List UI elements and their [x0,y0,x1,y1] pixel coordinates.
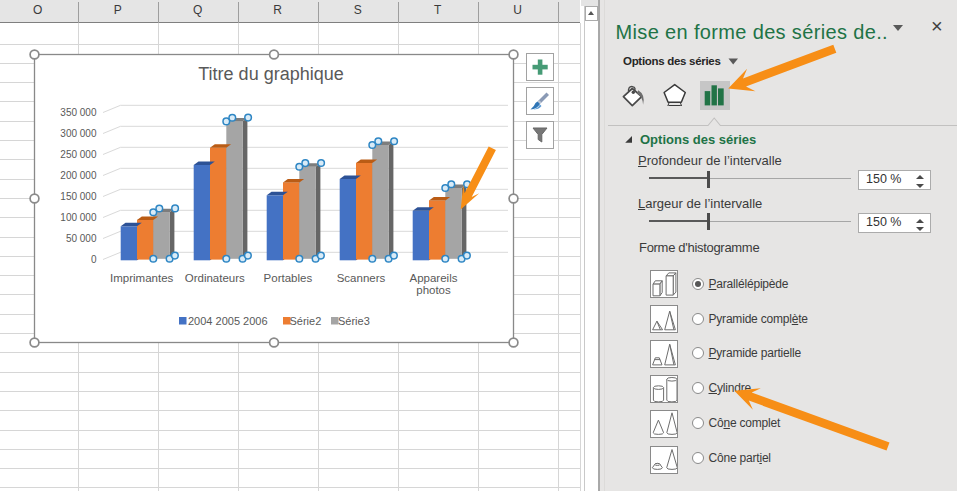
svg-text:Appareils: Appareils [410,272,458,284]
svg-text:Ordinateurs: Ordinateurs [185,272,245,284]
svg-text:350 000: 350 000 [60,107,97,118]
svg-text:Portables: Portables [264,272,313,284]
svg-text:300 000: 300 000 [60,128,97,139]
svg-text:photos: photos [416,284,451,296]
svg-text:200 000: 200 000 [60,170,97,181]
svg-text:Imprimantes: Imprimantes [110,272,174,284]
svg-text:Série2: Série2 [290,315,322,327]
svg-text:50 000: 50 000 [66,233,97,244]
svg-text:2004 2005 2006: 2004 2005 2006 [188,315,268,327]
svg-text:0: 0 [91,254,97,265]
svg-text:250 000: 250 000 [60,149,97,160]
svg-text:Titre du graphique: Titre du graphique [198,64,343,84]
svg-text:Scanners: Scanners [337,272,386,284]
svg-text:150 000: 150 000 [60,191,97,202]
svg-text:100 000: 100 000 [60,212,97,223]
svg-text:Série3: Série3 [338,315,370,327]
